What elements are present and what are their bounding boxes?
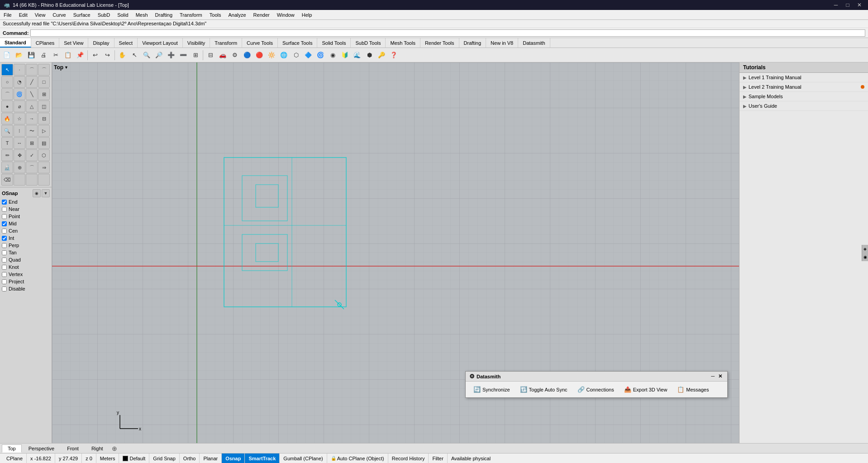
tool-curve2[interactable]: ⌒ (38, 64, 50, 76)
datasmith-synchronize-btn[interactable]: 🔄 Synchronize (469, 384, 514, 395)
tool-loft[interactable]: ◫ (38, 100, 50, 112)
tab-standard[interactable]: Standard (0, 38, 31, 48)
tb-copy[interactable]: 📋 (62, 49, 74, 61)
tool-fire[interactable]: 🔥 (1, 113, 13, 124)
tab-display[interactable]: Display (88, 38, 114, 48)
tab-newinv8[interactable]: New in V8 (486, 38, 518, 48)
status-filter[interactable]: Filter (429, 453, 447, 463)
tab-select[interactable]: Select (114, 38, 138, 48)
menu-analyze[interactable]: Analyze (224, 11, 249, 19)
tool-sphere[interactable]: ● (1, 100, 13, 112)
osnap-filter[interactable]: ▼ (42, 189, 50, 197)
osnap-int[interactable]: Int (2, 234, 50, 242)
datasmith-minimize-btn[interactable]: ─ (710, 373, 716, 379)
osnap-point[interactable]: Point (2, 213, 50, 220)
menu-render[interactable]: Render (250, 11, 273, 19)
tool-cone[interactable]: △ (26, 100, 38, 112)
tab-surfacetools[interactable]: Surface Tools (278, 38, 317, 48)
tool-circle[interactable]: ○ (1, 76, 13, 88)
status-gumball[interactable]: Gumball (CPlane) (280, 453, 327, 463)
viewport-label[interactable]: Top ▼ (54, 64, 68, 71)
datasmith-messages-btn[interactable]: 📋 Messages (673, 384, 713, 395)
tb-obj10[interactable]: ◉ (327, 49, 339, 61)
tool-box2[interactable]: ⊞ (38, 88, 50, 100)
view-tab-front[interactable]: Front (61, 444, 85, 453)
tool-bar[interactable]: ▤ (38, 137, 50, 149)
tool-curve3[interactable]: ⌒ (26, 162, 38, 173)
tool-tri[interactable]: ▷ (38, 125, 50, 137)
osnap-quad[interactable]: Quad (2, 256, 50, 263)
tool-snap[interactable]: ⊕ (14, 162, 25, 173)
tutorials-tab-icon-1[interactable]: ◈ (863, 247, 867, 251)
tool-curve1[interactable]: ⌒ (26, 64, 38, 76)
tool-star[interactable]: ☆ (14, 113, 25, 124)
tool-arr[interactable]: → (26, 113, 38, 124)
tb-zoom-allextents[interactable]: ⊞ (190, 49, 201, 61)
tab-datasmith[interactable]: Datasmith (518, 38, 550, 48)
tool-line[interactable]: ╱ (26, 76, 38, 88)
tb-cut[interactable]: ✂ (50, 49, 62, 61)
menu-tools[interactable]: Tools (206, 11, 225, 19)
tool-wave[interactable]: 〜 (26, 125, 38, 137)
osnap-tan[interactable]: Tan (2, 249, 50, 256)
tb-zoom-extent[interactable]: 🔍 (141, 49, 153, 61)
tool-grid2[interactable]: ⊟ (38, 113, 50, 124)
status-osnap[interactable]: Osnap (222, 453, 245, 463)
osnap-perp[interactable]: Perp (2, 242, 50, 249)
viewport-dropdown-arrow[interactable]: ▼ (64, 65, 68, 70)
tool-text[interactable]: T (1, 137, 13, 149)
tb-obj1[interactable]: 🚗 (217, 49, 229, 61)
menu-view[interactable]: View (31, 11, 49, 19)
tool-rect[interactable]: □ (38, 76, 50, 88)
menu-transform[interactable]: Transform (176, 11, 206, 19)
tool-grid3[interactable]: ⊞ (26, 137, 38, 149)
tb-obj15[interactable]: ❓ (388, 49, 400, 61)
tool-analyze[interactable]: 🔬 (1, 162, 13, 173)
tb-paste[interactable]: 📌 (74, 49, 86, 61)
osnap-cen[interactable]: Cen (2, 227, 50, 234)
osnap-vertex[interactable]: Vertex (2, 271, 50, 278)
tb-select[interactable]: ↖ (129, 49, 140, 61)
tb-zoom-in[interactable]: ➕ (165, 49, 177, 61)
tb-obj6[interactable]: 🌐 (278, 49, 290, 61)
tb-obj8[interactable]: 🔷 (302, 49, 314, 61)
tb-save[interactable]: 💾 (25, 49, 37, 61)
tb-obj4[interactable]: 🔴 (253, 49, 265, 61)
tb-obj11[interactable]: 🔰 (339, 49, 351, 61)
datasmith-export3dview-btn[interactable]: 📤 Export 3D View (620, 384, 672, 395)
tab-cplanes[interactable]: CPlanes (31, 38, 60, 48)
status-gridsnap[interactable]: Grid Snap (149, 453, 180, 463)
tutorial-level1[interactable]: ▶ Level 1 Training Manual (739, 73, 868, 82)
tool-arrow2[interactable]: ⇒ (38, 162, 50, 173)
tab-setview[interactable]: Set View (59, 38, 88, 48)
tool-select-arrow[interactable]: ↖ (1, 64, 13, 76)
status-smarttrack[interactable]: SmartTrack (245, 453, 280, 463)
view-tab-add-button[interactable]: ⊕ (110, 445, 119, 452)
tab-drafting[interactable]: Drafting (459, 38, 486, 48)
menu-curve[interactable]: Curve (49, 11, 69, 19)
menu-subd[interactable]: SubD (94, 11, 114, 19)
tool-polyline[interactable]: ⌒ (1, 88, 13, 100)
tool-erase[interactable]: ⌫ (1, 174, 13, 186)
command-input[interactable] (30, 29, 865, 37)
tb-undo[interactable]: ↩ (89, 49, 101, 61)
datasmith-connections-btn[interactable]: 🔗 Connections (573, 384, 618, 395)
view-tab-top[interactable]: Top (2, 444, 22, 453)
tool-line2[interactable]: ╲ (26, 88, 38, 100)
menu-window[interactable]: Window (273, 11, 298, 19)
osnap-disable[interactable]: Disable (2, 285, 50, 292)
tutorials-tab-icon-2[interactable]: ◉ (863, 255, 867, 259)
datasmith-autosync-btn[interactable]: 🔃 Toggle Auto Sync (516, 384, 572, 395)
tb-obj14[interactable]: 🔑 (376, 49, 387, 61)
minimize-button[interactable]: ─ (831, 0, 841, 10)
tb-obj9[interactable]: 🌀 (315, 49, 326, 61)
view-tab-perspective[interactable]: Perspective (23, 444, 60, 453)
tool-dots[interactable]: ⁝ (14, 125, 25, 137)
tool-magnify[interactable]: 🔍 (1, 125, 13, 137)
tb-new[interactable]: 📄 (1, 49, 13, 61)
tutorial-guide[interactable]: ▶ User's Guide (739, 101, 868, 111)
menu-help[interactable]: Help (298, 11, 316, 19)
view-tab-right[interactable]: Right (86, 444, 109, 453)
osnap-end[interactable]: End (2, 198, 50, 205)
status-planar[interactable]: Planar (200, 453, 222, 463)
